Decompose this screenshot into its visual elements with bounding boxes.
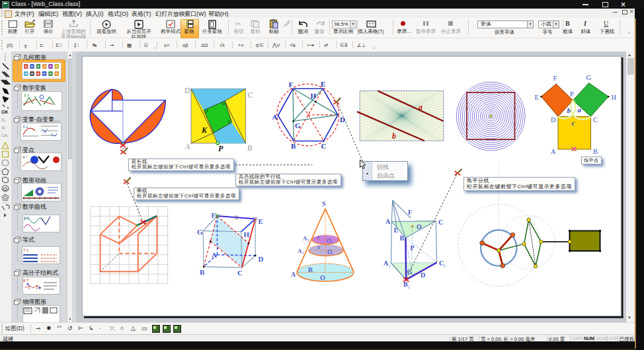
- svg-text:D: D: [421, 271, 425, 279]
- svg-text:A: A: [212, 251, 217, 259]
- svg-text:D: D: [184, 87, 190, 94]
- svg-text:G: G: [586, 74, 592, 81]
- svg-text:A: A: [303, 235, 307, 242]
- svg-text:A: A: [272, 113, 278, 121]
- svg-text:A: A: [385, 218, 391, 225]
- svg-text:B: B: [400, 234, 405, 242]
- svg-text:2: 2: [307, 238, 309, 242]
- svg-text:B: B: [247, 144, 252, 152]
- svg-text:S: S: [322, 200, 326, 207]
- svg-text:E: E: [535, 94, 539, 101]
- svg-text:F: F: [553, 75, 557, 82]
- svg-text:a: a: [578, 106, 582, 114]
- svg-text:A: A: [184, 143, 190, 151]
- svg-text:x: x: [317, 244, 321, 250]
- svg-text:A: A: [291, 271, 296, 278]
- svg-text:c: c: [572, 119, 575, 127]
- svg-text:3.1: 3.1: [22, 125, 28, 129]
- svg-text:G: G: [295, 122, 301, 129]
- svg-text:O: O: [320, 274, 325, 281]
- svg-text:b: b: [392, 131, 396, 141]
- svg-text:P: P: [411, 244, 415, 252]
- svg-text:r: r: [317, 234, 320, 240]
- svg-text:2: 2: [331, 241, 333, 245]
- svg-text:1: 1: [412, 273, 414, 277]
- svg-text:P: P: [570, 90, 574, 98]
- svg-text:H: H: [244, 230, 250, 238]
- svg-text:1: 1: [408, 285, 410, 289]
- svg-text:b: b: [567, 106, 571, 114]
- svg-text:4.*: 4.*: [22, 155, 28, 159]
- svg-text:H: H: [612, 94, 617, 101]
- svg-text:8.T: 8.T: [23, 279, 29, 283]
- svg-text:a: a: [419, 102, 423, 112]
- svg-text:1: 1: [444, 264, 446, 268]
- svg-text:D: D: [551, 116, 556, 123]
- svg-text:E: E: [394, 227, 399, 234]
- svg-text:E: E: [321, 80, 325, 88]
- svg-text:1: 1: [302, 251, 304, 255]
- svg-text:C: C: [248, 91, 253, 99]
- svg-text:B: B: [200, 268, 205, 276]
- svg-text:B: B: [291, 142, 296, 150]
- svg-text:6.1: 6.1: [24, 216, 30, 220]
- svg-text:R: R: [308, 266, 313, 273]
- svg-text:7.1: 7.1: [23, 248, 29, 252]
- svg-text:G: G: [197, 228, 203, 236]
- svg-text:C: C: [321, 142, 327, 150]
- svg-text:K: K: [201, 125, 208, 135]
- svg-text:1: 1: [332, 252, 334, 256]
- svg-text:F: F: [289, 81, 294, 88]
- svg-text:C: C: [237, 269, 243, 277]
- svg-text:2.1: 2.1: [24, 93, 30, 97]
- svg-text:C: C: [438, 219, 443, 226]
- svg-text:C: C: [593, 116, 598, 123]
- svg-text:F: F: [212, 211, 216, 219]
- svg-text:H: H: [311, 92, 317, 100]
- svg-text:B: B: [593, 148, 598, 155]
- svg-text:E: E: [259, 217, 263, 225]
- svg-text:F: F: [408, 209, 412, 216]
- svg-text:D: D: [259, 255, 264, 263]
- svg-text:1: 1: [389, 264, 391, 268]
- svg-text:O: O: [417, 223, 422, 230]
- svg-text:A: A: [551, 148, 556, 155]
- svg-text:A: A: [298, 248, 302, 254]
- svg-text:P: P: [218, 144, 223, 153]
